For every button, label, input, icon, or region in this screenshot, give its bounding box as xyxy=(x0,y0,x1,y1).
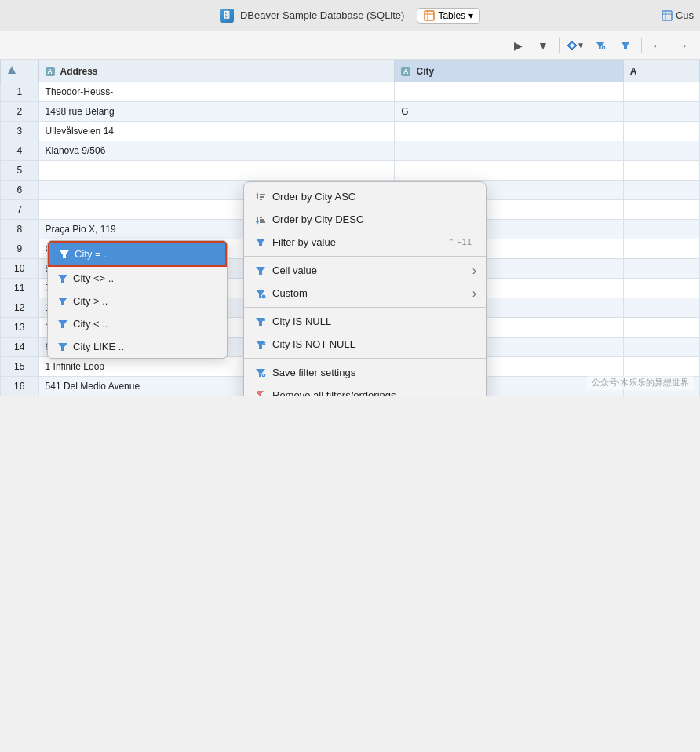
col-header-index[interactable] xyxy=(1,60,39,82)
table-row[interactable]: 3Ullevålsveien 14 xyxy=(1,122,700,141)
is-null-icon xyxy=(255,316,266,327)
funnel-like-icon xyxy=(57,341,68,352)
separator-2 xyxy=(244,307,486,308)
save-filter-item[interactable]: Save filter settings xyxy=(244,361,486,384)
cell-address[interactable]: Klanova 9/506 xyxy=(38,141,395,161)
row-number: 11 xyxy=(1,279,39,298)
db-icon: 🗄 xyxy=(220,9,234,23)
table-row[interactable]: 21498 rue BélangG xyxy=(1,102,700,122)
row-number: 1 xyxy=(1,82,39,102)
filter-like-item[interactable]: City LIKE .. xyxy=(48,335,227,358)
cell-extra xyxy=(623,122,699,141)
separator-1 xyxy=(244,256,486,257)
svg-marker-36 xyxy=(256,318,265,326)
back-button[interactable]: ← xyxy=(647,36,669,55)
title-text: DBeaver Sample Database (SQLite) xyxy=(240,9,405,21)
cell-extra xyxy=(623,220,699,239)
custom-item[interactable]: ... Custom xyxy=(244,282,486,305)
table-row[interactable]: 5 xyxy=(1,161,700,181)
tables-icon xyxy=(424,10,435,21)
city-abc-icon: A xyxy=(401,67,410,76)
filter-gt-label: City > .. xyxy=(73,295,108,307)
table-row[interactable]: 1Theodor-Heuss- xyxy=(1,82,700,102)
tables-arrow: ▾ xyxy=(468,10,473,21)
filter-by-value-label: Filter by value xyxy=(272,236,336,248)
filter-eq-item[interactable]: City = .. xyxy=(48,241,227,267)
toolbar: ▶ ▼ ▼ ← → xyxy=(0,31,700,60)
forward-button[interactable]: → xyxy=(672,36,694,55)
save-filter-icon xyxy=(255,367,266,378)
filter-by-value-item[interactable]: Filter by value ⌃ F11 xyxy=(244,231,486,254)
svg-marker-38 xyxy=(256,341,265,349)
order-asc-item[interactable]: Order by City ASC xyxy=(244,185,486,208)
tables-button[interactable]: Tables ▾ xyxy=(417,8,480,24)
context-menu: Order by City ASC Order by City DESC Fil… xyxy=(243,181,487,396)
filter-neq-item[interactable]: City <> .. xyxy=(48,267,227,290)
filter-clear-button[interactable] xyxy=(614,36,636,55)
svg-marker-16 xyxy=(58,275,67,283)
order-desc-label: Order by City DESC xyxy=(272,214,363,225)
cell-value-icon xyxy=(255,265,266,276)
filter-diamond-button[interactable]: ▼ xyxy=(564,36,586,55)
row-number: 5 xyxy=(1,161,39,181)
funnel-lt-icon xyxy=(57,319,68,330)
funnel-gt-icon xyxy=(57,296,68,307)
cell-extra xyxy=(623,357,699,377)
cell-extra xyxy=(623,181,699,200)
svg-text:...: ... xyxy=(263,294,266,299)
remove-filters-icon xyxy=(255,390,266,397)
cell-city[interactable] xyxy=(395,82,624,102)
svg-marker-27 xyxy=(256,221,259,225)
svg-marker-19 xyxy=(58,320,67,328)
city-is-null-item[interactable]: City IS NULL xyxy=(244,310,486,333)
sort-desc-icon xyxy=(255,214,266,225)
row-number: 10 xyxy=(1,259,39,279)
filter-by-value-icon xyxy=(255,237,266,248)
cell-address[interactable]: Theodor-Heuss- xyxy=(38,82,395,102)
city-is-not-null-item[interactable]: City IS NOT NULL xyxy=(244,333,486,356)
run-button[interactable]: ▶ xyxy=(507,36,529,55)
col-header-address[interactable]: A Address xyxy=(38,60,395,82)
toolbar-divider-1 xyxy=(559,38,560,53)
separator-3 xyxy=(244,358,486,359)
remove-filters-label: Remove all filters/orderings xyxy=(272,389,396,396)
cus-icon xyxy=(662,10,673,21)
cell-extra xyxy=(623,102,699,122)
filter-button[interactable] xyxy=(589,36,611,55)
svg-marker-32 xyxy=(256,267,265,275)
filter-lt-item[interactable]: City < .. xyxy=(48,312,227,335)
cell-extra xyxy=(623,161,699,181)
svg-rect-0 xyxy=(425,11,434,20)
col-header-extra[interactable]: A xyxy=(623,60,699,82)
sort-icon xyxy=(7,65,16,75)
order-desc-item[interactable]: Order by City DESC xyxy=(244,208,486,231)
cell-value-item[interactable]: Cell value xyxy=(244,259,486,282)
abc-icon: A xyxy=(46,67,55,76)
filter-gt-item[interactable]: City > .. xyxy=(48,290,227,312)
funnel-eq-icon xyxy=(59,249,70,260)
svg-marker-13 xyxy=(8,66,16,74)
dropdown-button[interactable]: ▼ xyxy=(532,36,554,55)
custom-label: Custom xyxy=(272,287,308,299)
cell-address[interactable]: 1498 rue Bélang xyxy=(38,102,395,122)
col-header-city[interactable]: A City xyxy=(395,60,624,82)
filter-shortcut: ⌃ F11 xyxy=(447,237,475,247)
cus-tab[interactable]: Cus xyxy=(655,0,700,31)
city-is-null-label: City IS NULL xyxy=(272,316,331,327)
cell-city[interactable]: G xyxy=(395,102,624,122)
row-number: 4 xyxy=(1,141,39,161)
remove-filters-item[interactable]: Remove all filters/orderings xyxy=(244,384,486,396)
cell-city[interactable] xyxy=(395,161,624,181)
row-number: 9 xyxy=(1,239,39,259)
table-row[interactable]: 4Klanova 9/506 xyxy=(1,141,700,161)
cell-extra xyxy=(623,259,699,279)
cus-label: Cus xyxy=(676,9,694,21)
cell-address[interactable] xyxy=(38,161,395,181)
sort-asc-icon xyxy=(255,192,266,203)
address-header-label: Address xyxy=(60,66,97,77)
cell-city[interactable] xyxy=(395,141,624,161)
toolbar-divider-2 xyxy=(641,38,642,53)
cell-city[interactable] xyxy=(395,122,624,141)
cell-address[interactable]: Ullevålsveien 14 xyxy=(38,122,395,141)
custom-icon: ... xyxy=(255,288,266,299)
